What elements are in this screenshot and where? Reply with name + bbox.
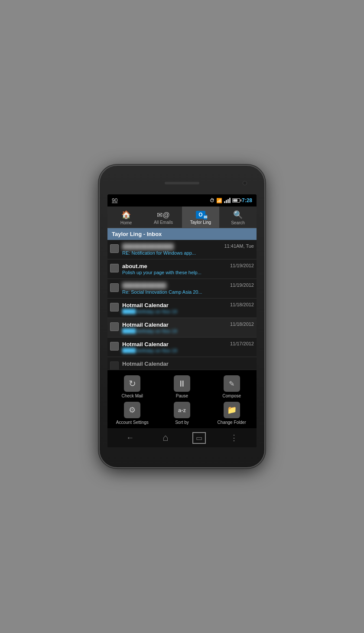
email-content-1: ██████████████ RE: Notification for Wind… (122, 243, 221, 256)
sort-by-button[interactable]: a-z Sort by (157, 402, 207, 425)
email-date-1: 11:41AM, Tue (224, 243, 254, 249)
tab-taylor-ling-label: Taylor Ling (190, 220, 211, 225)
tab-all-emails-label: All Emails (154, 220, 173, 225)
account-settings-button[interactable]: ⚙ Account Settings (107, 402, 157, 425)
email-content-2: about.me Polish up your page with these … (122, 263, 227, 275)
email-item-1[interactable]: ██████████████ RE: Notification for Wind… (107, 240, 257, 259)
email-checkbox-3[interactable] (110, 283, 119, 292)
action-row-2: ⚙ Account Settings a-z Sort by 📁 Change … (107, 400, 257, 426)
email-item-5[interactable]: Hotmail Calendar ████ birthday on Nov 19… (107, 318, 257, 338)
email-sender-7: Hotmail Calendar (122, 361, 254, 367)
email-sender-1: ██████████████ (122, 243, 221, 249)
phone-bottom (104, 450, 260, 459)
back-button[interactable]: ← (122, 432, 138, 444)
check-mail-icon: ↻ (124, 375, 140, 392)
email-item-4[interactable]: Hotmail Calendar ████ birthday on Nov 19… (107, 298, 257, 318)
sort-by-icon: a-z (174, 402, 190, 418)
action-row-1: ↻ Check Mail ⏸ Pause ✎ Compose (107, 374, 257, 400)
change-folder-label: Change Folder (218, 420, 246, 425)
email-checkbox-1[interactable] (110, 244, 119, 253)
sort-by-label: Sort by (175, 420, 189, 425)
signal-bar-2 (226, 200, 227, 203)
email-content-3: ████████████ Re: Social Innovation Camp … (122, 282, 227, 295)
email-subject-3: Re: Social Innovation Camp Asia 20... (122, 289, 227, 295)
signal-bar-3 (228, 199, 229, 203)
inbox-header: Taylor Ling - Inbox (107, 228, 257, 240)
email-content-6: Hotmail Calendar ████ birthday on Nov 19 (122, 341, 227, 353)
tab-search-label: Search (231, 220, 245, 225)
email-item-2[interactable]: about.me Polish up your page with these … (107, 259, 257, 279)
email-item-3[interactable]: ████████████ Re: Social Innovation Camp … (107, 279, 257, 298)
speaker-grille (165, 182, 199, 184)
email-item-6[interactable]: Hotmail Calendar ████ birthday on Nov 19… (107, 338, 257, 357)
email-sender-2: about.me (122, 263, 227, 269)
battery-icon (232, 198, 240, 203)
action-bar: ↻ Check Mail ⏸ Pause ✎ Compose ⚙ (107, 370, 257, 428)
home-button[interactable]: ⌂ (158, 430, 172, 445)
email-date-5: 11/18/2012 (230, 321, 254, 327)
email-date-3: 11/19/2012 (230, 282, 254, 288)
email-sender-4: Hotmail Calendar (122, 302, 227, 308)
signal-bar-1 (224, 201, 225, 203)
signal-bars (224, 198, 231, 203)
home-icon: 🏠 (121, 210, 131, 220)
email-date-6: 11/17/2012 (230, 341, 254, 346)
account-settings-icon: ⚙ (124, 402, 140, 418)
clock-icon: ⏱ (210, 198, 214, 203)
email-content-4: Hotmail Calendar ████ birthday on Nov 19 (122, 302, 227, 314)
tab-taylor-ling[interactable]: O Taylor Ling (182, 207, 219, 228)
email-sender-6: Hotmail Calendar (122, 341, 227, 348)
email-checkbox-2[interactable] (110, 264, 119, 272)
email-list: ██████████████ RE: Notification for Wind… (107, 240, 257, 370)
screen: 90 ⏱ 📶 7:28 (107, 194, 257, 447)
email-subject-4: ████ birthday on Nov 19 (122, 309, 227, 314)
email-date-2: 11/19/2012 (230, 263, 254, 268)
wifi-icon: 📶 (216, 198, 222, 203)
outlook-icon: O (196, 211, 205, 219)
time-display: 7:28 (242, 197, 252, 203)
battery-fill (233, 199, 237, 202)
check-mail-label: Check Mail (122, 394, 143, 398)
menu-button[interactable]: ⋮ (226, 431, 242, 444)
status-bar: 90 ⏱ 📶 7:28 (107, 194, 257, 207)
email-sender-5: Hotmail Calendar (122, 321, 227, 328)
phone-shell: 90 ⏱ 📶 7:28 (100, 166, 264, 467)
tab-all-emails[interactable]: ✉@ All Emails (145, 207, 182, 228)
phone-wrapper: 90 ⏱ 📶 7:28 (91, 139, 273, 495)
email-checkbox-7[interactable] (110, 361, 119, 370)
tab-search[interactable]: 🔍 Search (219, 207, 257, 228)
email-subject-1: RE: Notification for Windows app... (122, 250, 221, 256)
email-content-5: Hotmail Calendar ████ birthday on Nov 19 (122, 321, 227, 334)
all-emails-icon: ✉@ (157, 211, 169, 219)
status-right: ⏱ 📶 7:28 (210, 197, 252, 203)
compose-label: Compose (222, 394, 241, 398)
email-content-7: Hotmail Calendar (122, 361, 254, 367)
tab-home-label: Home (120, 220, 132, 225)
change-folder-button[interactable]: 📁 Change Folder (207, 402, 257, 425)
search-icon: 🔍 (233, 210, 243, 220)
change-folder-icon: 📁 (224, 402, 240, 418)
check-mail-button[interactable]: ↻ Check Mail (107, 375, 157, 398)
pause-button[interactable]: ⏸ Pause (157, 375, 207, 398)
email-checkbox-5[interactable] (110, 322, 119, 331)
signal-bar-4 (229, 198, 231, 203)
email-item-7[interactable]: Hotmail Calendar (107, 357, 257, 370)
tab-bar: 🏠 Home ✉@ All Emails O Taylor Ling 🔍 Sea… (107, 207, 257, 228)
email-sender-3: ████████████ (122, 282, 227, 289)
email-checkbox-4[interactable] (110, 303, 119, 312)
phone-top (104, 174, 260, 192)
nav-bar: ← ⌂ ▭ ⋮ (107, 428, 257, 447)
account-settings-label: Account Settings (116, 420, 149, 425)
email-checkbox-6[interactable] (110, 342, 119, 351)
tab-home[interactable]: 🏠 Home (107, 207, 145, 228)
email-subject-2: Polish up your page with these help... (122, 270, 227, 275)
recents-button[interactable]: ▭ (192, 432, 206, 444)
compose-button[interactable]: ✎ Compose (207, 375, 257, 398)
email-date-4: 11/18/2012 (230, 302, 254, 307)
email-subject-5: ████ birthday on Nov 19 (122, 328, 227, 334)
inbox-title: Taylor Ling - Inbox (112, 231, 162, 237)
email-subject-6: ████ birthday on Nov 19 (122, 348, 227, 353)
notification-badge: 90 (112, 197, 117, 203)
compose-icon: ✎ (224, 375, 240, 392)
pause-label: Pause (176, 394, 188, 398)
